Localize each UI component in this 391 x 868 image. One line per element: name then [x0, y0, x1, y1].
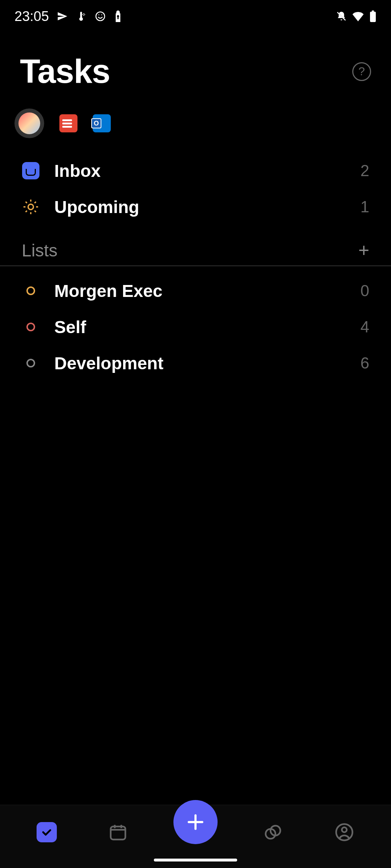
clock: 23:05 [14, 9, 49, 24]
svg-point-4 [96, 12, 105, 21]
upcoming-label: Upcoming [54, 197, 346, 217]
list-count: 6 [361, 354, 369, 372]
battery-icon [369, 10, 377, 22]
todoist-account-icon[interactable] [59, 114, 77, 132]
inbox-icon [22, 162, 40, 180]
nav-link[interactable] [257, 816, 289, 848]
inbox-count: 2 [361, 162, 369, 180]
person-icon [335, 822, 354, 842]
page-title: Tasks [20, 52, 110, 90]
list-row-morgen-exec[interactable]: Morgen Exec 0 [22, 273, 369, 309]
status-right [336, 10, 377, 22]
upcoming-count: 1 [361, 198, 369, 216]
thermometer-icon [76, 11, 87, 22]
accounts-row: O [0, 101, 391, 153]
avatar-image [18, 112, 40, 134]
add-list-button[interactable]: + [358, 239, 369, 261]
svg-line-16 [26, 210, 27, 212]
help-button[interactable]: ? [352, 62, 371, 81]
list-count: 4 [361, 318, 369, 336]
nav-calendar[interactable] [102, 816, 134, 848]
status-left: 23:05 [14, 9, 122, 24]
list-row-development[interactable]: Development 6 [22, 345, 369, 381]
svg-rect-18 [111, 826, 126, 839]
calendar-icon [108, 822, 128, 842]
sun-icon [22, 198, 40, 216]
outlook-account-icon[interactable]: O [93, 114, 111, 132]
list-label: Development [54, 353, 346, 373]
svg-point-9 [28, 204, 34, 210]
svg-line-12 [26, 202, 27, 203]
upcoming-row[interactable]: Upcoming 1 [22, 189, 369, 225]
list-label: Self [54, 317, 346, 337]
header: Tasks ? [0, 33, 391, 101]
list-count: 0 [361, 282, 369, 300]
link-icon [263, 822, 283, 842]
svg-point-3 [84, 14, 85, 15]
lock-icon [114, 10, 122, 22]
list-bullet-icon [22, 354, 40, 372]
svg-point-0 [83, 13, 84, 14]
lists-header: Lists + [0, 225, 391, 266]
list-bullet-icon [22, 318, 40, 336]
svg-rect-7 [370, 12, 376, 22]
svg-rect-8 [372, 10, 374, 12]
help-icon: ? [358, 65, 365, 78]
list-bullet-icon [22, 282, 40, 300]
svg-point-26 [342, 827, 347, 832]
nav-tasks[interactable] [30, 816, 63, 848]
list-row-self[interactable]: Self 4 [22, 309, 369, 345]
list-label: Morgen Exec [54, 281, 346, 301]
nav-profile[interactable] [328, 816, 361, 848]
inbox-label: Inbox [54, 161, 346, 181]
whatsapp-icon [94, 10, 106, 22]
status-bar: 23:05 [0, 0, 391, 33]
account-avatar[interactable] [14, 109, 44, 138]
add-button[interactable] [173, 800, 218, 844]
lists-title: Lists [22, 241, 58, 260]
wifi-icon [352, 11, 364, 21]
home-indicator[interactable] [154, 859, 237, 861]
notifications-off-icon [336, 11, 347, 22]
inbox-row[interactable]: Inbox 2 [22, 153, 369, 189]
plus-icon [185, 812, 206, 832]
svg-line-13 [34, 210, 36, 212]
telegram-icon [57, 11, 68, 22]
svg-point-1 [83, 15, 84, 16]
tasks-icon [37, 822, 57, 842]
user-lists-section: Morgen Exec 0 Self 4 Development 6 [0, 273, 391, 381]
svg-line-17 [34, 202, 36, 203]
svg-point-2 [83, 14, 84, 15]
smart-lists-section: Inbox 2 Upcoming 1 [0, 153, 391, 225]
